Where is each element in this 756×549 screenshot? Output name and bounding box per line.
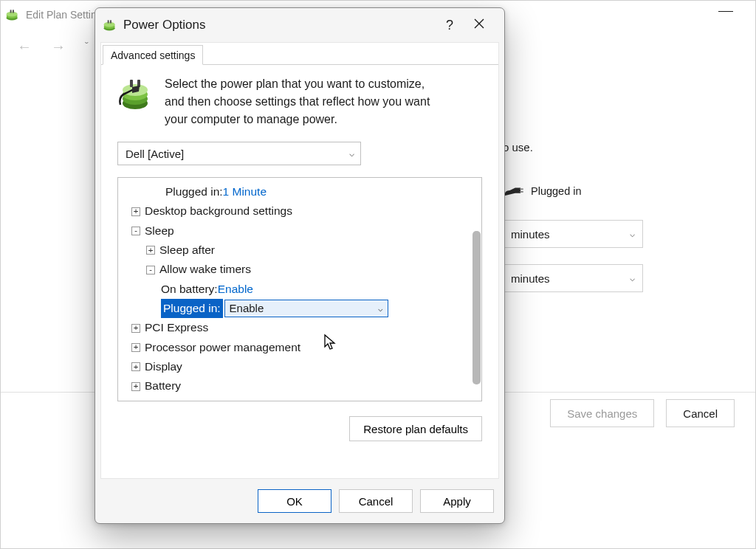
parent-body-fragment: o use. Plugged in minutes ⌵ minutes ⌵ <box>503 77 643 308</box>
restore-plan-defaults-button[interactable]: Restore plan defaults <box>349 416 482 441</box>
power-plan-value: Dell [Active] <box>126 148 184 160</box>
dialog-title: Power Options <box>123 18 206 32</box>
svg-rect-6 <box>520 191 523 193</box>
selected-label: Plugged in: <box>161 299 223 318</box>
tree-value-row[interactable]: On battery: Enable <box>123 280 471 299</box>
svg-rect-4 <box>13 10 14 13</box>
svg-rect-10 <box>108 20 109 23</box>
settings-tree: Plugged in: 1 Minute + Desktop backgroun… <box>117 177 482 401</box>
svg-rect-16 <box>130 80 133 87</box>
tree-item-sleep[interactable]: - Sleep <box>123 221 471 241</box>
turn-off-display-select[interactable]: minutes ⌵ <box>503 220 643 248</box>
expand-icon[interactable]: + <box>131 362 140 371</box>
label: Plugged in: <box>165 182 223 201</box>
ok-button[interactable]: OK <box>258 489 331 513</box>
select-value: minutes <box>511 228 550 241</box>
battery-large-icon <box>117 75 154 113</box>
svg-rect-11 <box>110 20 111 23</box>
battery-icon <box>103 18 117 32</box>
dialog-titlebar: Power Options ? <box>95 8 504 42</box>
svg-rect-3 <box>10 10 12 13</box>
svg-rect-5 <box>520 188 523 190</box>
plug-icon <box>503 183 525 199</box>
scrollbar-thumb[interactable] <box>472 231 481 384</box>
parent-minimize-button[interactable] <box>718 11 733 13</box>
nav-forward-icon[interactable]: → <box>51 38 66 55</box>
expand-icon[interactable]: + <box>131 207 140 216</box>
tree-value-row-selected[interactable]: Plugged in: Enable ⌵ <box>123 299 471 318</box>
tree-item-sleep-after[interactable]: + Sleep after <box>123 241 471 260</box>
combo-value: Enable <box>230 299 264 318</box>
tree-item-allow-wake-timers[interactable]: - Allow wake timers <box>123 260 471 279</box>
save-changes-button[interactable]: Save changes <box>550 399 654 427</box>
parent-description-fragment: o use. <box>503 141 643 153</box>
chevron-down-icon: ⌵ <box>630 229 635 239</box>
tab-advanced-settings[interactable]: Advanced settings <box>103 45 203 65</box>
plugged-in-header: Plugged in <box>531 185 582 197</box>
dialog-intro: Select the power plan that you want to c… <box>165 75 438 128</box>
power-plan-select[interactable]: Dell [Active] ⌵ <box>117 142 361 165</box>
tree-value-row[interactable]: Plugged in: 1 Minute <box>123 182 471 201</box>
cancel-button[interactable]: Cancel <box>339 489 413 513</box>
expand-icon[interactable]: + <box>131 324 140 333</box>
wake-timer-plugged-combo[interactable]: Enable ⌵ <box>224 300 388 317</box>
collapse-icon[interactable]: - <box>131 227 140 235</box>
svg-point-2 <box>7 12 18 17</box>
dialog-buttons: OK Cancel Apply <box>95 479 504 523</box>
expand-icon[interactable]: + <box>131 382 140 391</box>
tab-strip: Advanced settings <box>101 43 498 65</box>
select-value: minutes <box>511 272 550 285</box>
label: On battery: <box>161 280 218 299</box>
value-link[interactable]: Enable <box>218 280 253 299</box>
power-options-dialog: Power Options ? Advanced settings <box>94 7 505 524</box>
sleep-select[interactable]: minutes ⌵ <box>503 264 643 292</box>
apply-button[interactable]: Apply <box>420 489 494 513</box>
svg-point-9 <box>104 22 115 27</box>
close-button[interactable] <box>464 18 494 32</box>
collapse-icon[interactable]: - <box>146 266 155 274</box>
tree-item-processor-power[interactable]: + Processor power management <box>123 338 471 357</box>
dialog-content: Advanced settings Select the p <box>100 42 499 479</box>
chevron-down-icon: ⌵ <box>349 148 354 159</box>
tree-item-display[interactable]: + Display <box>123 357 471 376</box>
help-button[interactable]: ? <box>435 18 464 33</box>
nav-back-icon[interactable]: ← <box>17 38 32 55</box>
expand-icon[interactable]: + <box>131 343 140 352</box>
chevron-down-icon: ⌵ <box>378 302 383 316</box>
tree-item-desktop-background[interactable]: + Desktop background settings <box>123 201 471 221</box>
nav-caret-icon[interactable]: ˇ <box>85 41 89 52</box>
value-link[interactable]: 1 Minute <box>223 182 267 201</box>
battery-icon <box>5 7 20 22</box>
cancel-button[interactable]: Cancel <box>666 399 735 427</box>
tree-item-battery[interactable]: + Battery <box>123 376 471 396</box>
expand-icon[interactable]: + <box>146 246 155 255</box>
chevron-down-icon: ⌵ <box>630 273 635 283</box>
tree-item-pci-express[interactable]: + PCI Express <box>123 318 471 337</box>
